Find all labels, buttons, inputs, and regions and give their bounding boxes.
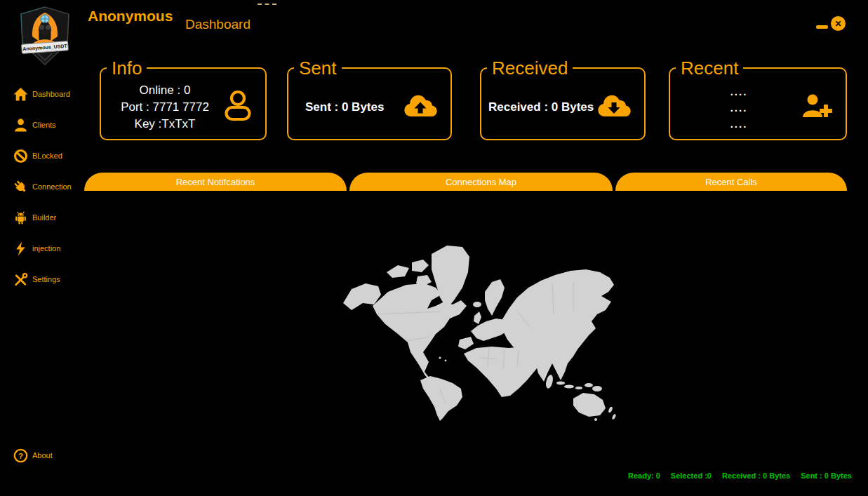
tab-recent-notifications[interactable]: Recent Notifcations — [84, 173, 347, 191]
online-count: Online : 0 — [108, 82, 222, 99]
recent-card-legend: Recent — [676, 59, 743, 77]
sidebar-item-label: Builder — [32, 213, 56, 222]
recent-row: .... — [677, 116, 801, 132]
sidebar-item-connection[interactable]: Connection — [13, 178, 90, 195]
tools-icon — [13, 272, 28, 287]
sent-value: Sent : 0 Bytes — [295, 100, 401, 114]
app-window: Anonymous_USDT Anonymous Dashboard ✕ Das… — [0, 0, 868, 496]
question-icon: ? — [13, 448, 28, 463]
info-card: Info Online : 0 Port : 7771 7772 Key :Tx… — [100, 59, 267, 140]
status-sent: Sent : 0 Bytes — [801, 471, 852, 480]
bolt-icon — [13, 241, 28, 256]
tab-recent-calls[interactable]: Recent Calls — [615, 173, 847, 191]
status-received: Received : 0 Bytes — [722, 471, 790, 480]
tab-indicator — [258, 4, 276, 5]
user-plus-icon — [801, 93, 834, 122]
sidebar-item-label: Dashboard — [32, 90, 70, 98]
minimize-icon[interactable] — [816, 25, 828, 29]
received-value: Received : 0 Bytes — [483, 100, 595, 114]
sidebar-item-injection[interactable]: injection — [13, 240, 90, 257]
received-card-legend: Received — [487, 59, 573, 77]
plug-icon — [13, 179, 28, 194]
svg-text:?: ? — [18, 451, 22, 460]
sidebar-item-label: BLocked — [32, 152, 62, 160]
status-ready: Ready: 0 — [628, 471, 660, 480]
tab-connections-map[interactable]: Connections Map — [349, 173, 613, 191]
sidebar-item-label: About — [32, 451, 53, 460]
recent-card: Recent .... .... .... — [669, 59, 847, 140]
status-bar: Ready: 0 Selected :0 Received : 0 Bytes … — [628, 471, 852, 480]
key-value: Key :TxTxT — [108, 116, 222, 133]
world-map — [342, 241, 617, 421]
app-title: Anonymous — [88, 8, 173, 25]
app-logo: Anonymous_USDT — [13, 4, 77, 67]
received-card: Received Received : 0 Bytes — [480, 59, 646, 140]
sidebar-item-builder[interactable]: Builder — [13, 209, 90, 226]
sidebar-item-blocked[interactable]: BLocked — [13, 147, 90, 164]
status-selected: Selected :0 — [671, 471, 712, 480]
port-value: Port : 7771 7772 — [108, 99, 222, 116]
cloud-upload-icon — [401, 93, 439, 122]
sidebar-item-about[interactable]: ? About — [13, 447, 90, 464]
sidebar-item-settings[interactable]: Settings — [13, 271, 90, 288]
sidebar-item-label: Settings — [32, 275, 60, 283]
sidebar-item-label: Connection — [32, 182, 72, 191]
tab-dashboard[interactable]: Dashboard — [185, 17, 251, 32]
sidebar-item-label: injection — [32, 244, 60, 253]
user-outline-icon — [222, 88, 254, 126]
block-icon — [13, 148, 28, 163]
sidebar-item-dashboard[interactable]: Dashboard — [13, 86, 90, 102]
sent-card-legend: Sent — [294, 59, 342, 77]
info-card-legend: Info — [107, 59, 147, 77]
recent-row: .... — [677, 100, 801, 116]
close-icon[interactable]: ✕ — [831, 16, 846, 31]
cloud-download-icon — [595, 93, 633, 122]
sidebar-item-clients[interactable]: Clients — [13, 116, 90, 133]
sent-card: Sent Sent : 0 Bytes — [287, 59, 452, 140]
user-icon — [13, 117, 28, 133]
home-icon — [13, 86, 28, 102]
android-icon — [13, 210, 28, 225]
sidebar-item-label: Clients — [32, 121, 56, 129]
recent-row: .... — [677, 83, 801, 100]
